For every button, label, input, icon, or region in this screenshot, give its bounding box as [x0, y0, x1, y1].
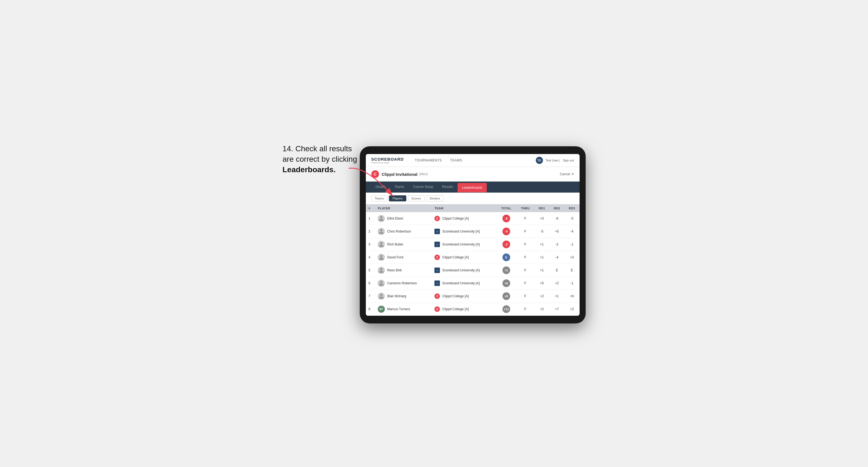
total-cell: +11: [496, 303, 516, 316]
thru-cell: F: [516, 303, 534, 316]
player-cell: Elliot Ebert: [375, 212, 432, 225]
player-avatar: [378, 241, 385, 248]
svg-point-7: [380, 294, 383, 296]
team-name: Scoreboard University [A]: [442, 281, 479, 285]
user-avatar: TU: [536, 157, 543, 164]
cancel-button[interactable]: Cancel ✕: [560, 172, 574, 176]
tab-details[interactable]: Details: [371, 182, 390, 193]
team-name: Clippd College [A]: [442, 307, 469, 311]
team-icon: C: [434, 216, 440, 221]
team-icon: ≡: [434, 229, 440, 234]
instruction-line2: are correct by clicking: [283, 155, 357, 163]
col-rd3: RD3: [564, 205, 580, 212]
score-badge: +1: [502, 267, 510, 274]
thru-cell: F: [516, 277, 534, 290]
rd2-cell: +2: [549, 277, 564, 290]
table-row: 8 MT Marcus Turners C Clippd College [A]…: [366, 303, 580, 316]
nav-teams[interactable]: TEAMS: [450, 157, 462, 163]
player-cell: MT Marcus Turners: [375, 303, 432, 316]
team-name: Scoreboard University [A]: [442, 268, 479, 272]
score-badge: E: [502, 253, 510, 261]
signout-link[interactable]: Sign out: [563, 159, 574, 162]
rank-cell: 4: [366, 251, 375, 264]
svg-point-3: [380, 242, 383, 244]
logo-subtitle: Powered by clippd: [371, 161, 404, 164]
team-cell: ≡ Scoreboard University [A]: [432, 238, 496, 251]
team-icon: C: [434, 306, 440, 312]
tournament-header: C Clippd Invitational (Men) Cancel ✕: [366, 167, 580, 182]
nav-right: TU Test User | Sign out: [536, 157, 574, 164]
svg-point-6: [380, 281, 383, 283]
rank-cell: 3: [366, 238, 375, 251]
nav-tournaments[interactable]: TOURNAMENTS: [415, 157, 442, 163]
rd1-cell: +1: [534, 264, 550, 277]
filter-bar: Teams Players Scores Strokes: [366, 193, 580, 205]
tablet-screen: SCOREBOARD Powered by clippd TOURNAMENTS…: [366, 154, 580, 316]
leaderboard-table: # PLAYER TEAM TOTAL THRU RD1 RD2 RD3 1: [366, 205, 580, 316]
rank-cell: 7: [366, 290, 375, 303]
filter-strokes-button[interactable]: Strokes: [426, 195, 443, 201]
team-icon: ≡: [434, 280, 440, 286]
rank-cell: 8: [366, 303, 375, 316]
player-avatar: [378, 267, 385, 274]
total-cell: +6: [496, 277, 516, 290]
thru-cell: F: [516, 212, 534, 225]
total-cell: -2: [496, 238, 516, 251]
table-row: 1 Elliot Ebert C Clippd College [A] -8 F…: [366, 212, 580, 225]
col-player: PLAYER: [375, 205, 432, 212]
nav-username: Test User |: [546, 159, 560, 162]
col-rank: #: [366, 205, 375, 212]
rd2-cell: -4: [549, 251, 564, 264]
filter-players-button[interactable]: Players: [389, 195, 406, 201]
team-cell: ≡ Scoreboard University [A]: [432, 264, 496, 277]
rd2-cell: +5: [549, 225, 564, 238]
player-name: Blair McHarg: [387, 294, 406, 298]
tab-course-setup[interactable]: Course Setup: [409, 182, 438, 193]
col-total: TOTAL: [496, 205, 516, 212]
rank-cell: 5: [366, 264, 375, 277]
rd3-cell: +6: [564, 290, 580, 303]
col-thru: THRU: [516, 205, 534, 212]
rd2-cell: +1: [549, 290, 564, 303]
top-navigation: SCOREBOARD Powered by clippd TOURNAMENTS…: [366, 154, 580, 167]
filter-teams-button[interactable]: Teams: [371, 195, 387, 201]
score-badge: -2: [502, 241, 510, 248]
logo: SCOREBOARD Powered by clippd: [371, 157, 404, 164]
team-cell: C Clippd College [A]: [432, 290, 496, 303]
rd1-cell: +5: [534, 277, 550, 290]
player-avatar: [378, 280, 385, 287]
player-name: Marcus Turners: [387, 307, 410, 311]
team-icon: C: [434, 293, 440, 299]
sub-tabs: Details Teams Course Setup Results Leade…: [366, 182, 580, 193]
player-name: Rees Britt: [387, 268, 402, 272]
rank-cell: 2: [366, 225, 375, 238]
table-row: 2 Chris Robertson ≡ Scoreboard Universit…: [366, 225, 580, 238]
tab-leaderboards[interactable]: Leaderboards: [458, 183, 487, 192]
player-cell: Cameron Robertson: [375, 277, 432, 290]
rd1-cell: +2: [534, 303, 550, 316]
rd3-cell: -4: [564, 225, 580, 238]
rd3-cell: +2: [564, 303, 580, 316]
tournament-name: Clippd Invitational: [382, 172, 417, 177]
player-name: David Ford: [387, 255, 403, 259]
tab-teams[interactable]: Teams: [390, 182, 408, 193]
thru-cell: F: [516, 290, 534, 303]
filter-scores-button[interactable]: Scores: [408, 195, 425, 201]
team-cell: ≡ Scoreboard University [A]: [432, 225, 496, 238]
score-badge: +11: [502, 305, 510, 313]
team-name: Clippd College [A]: [442, 255, 469, 259]
tab-results[interactable]: Results: [438, 182, 458, 193]
rd1-cell: +1: [534, 238, 550, 251]
total-cell: -8: [496, 212, 516, 225]
svg-point-1: [380, 216, 383, 218]
rd3-cell: -1: [564, 277, 580, 290]
team-cell: ≡ Scoreboard University [A]: [432, 277, 496, 290]
rd3-cell: -5: [564, 212, 580, 225]
team-name: Clippd College [A]: [442, 294, 469, 298]
rank-cell: 6: [366, 277, 375, 290]
total-cell: +1: [496, 264, 516, 277]
score-badge: +9: [502, 292, 510, 300]
player-cell: Chris Robertson: [375, 225, 432, 238]
rd2-cell: -6: [549, 212, 564, 225]
team-cell: C Clippd College [A]: [432, 303, 496, 316]
